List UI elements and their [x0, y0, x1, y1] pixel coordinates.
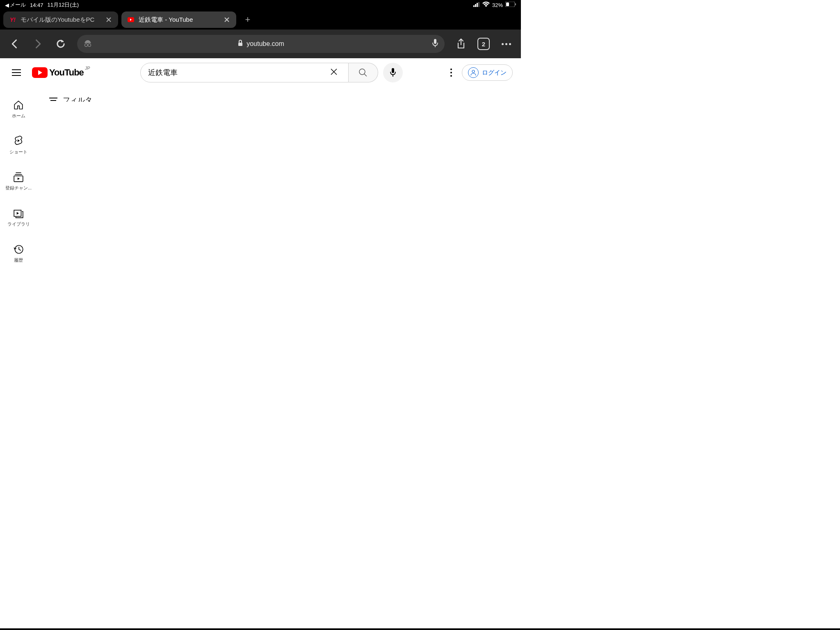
- library-icon: [13, 208, 24, 219]
- history-icon: [13, 244, 24, 255]
- svg-rect-10: [434, 39, 436, 44]
- search-input[interactable]: [148, 68, 327, 77]
- youtube-logo[interactable]: YouTube JP: [32, 67, 84, 78]
- login-label: ログイン: [482, 69, 507, 77]
- status-time: 14:47: [30, 2, 43, 8]
- sidebar-label: ライブラリ: [7, 221, 30, 227]
- forward-button[interactable]: [31, 37, 44, 50]
- battery-icon: [505, 2, 516, 8]
- search-clear-icon[interactable]: [327, 67, 341, 78]
- browser-toolbar: youtube.com 2: [0, 30, 521, 58]
- url-text: youtube.com: [247, 40, 284, 48]
- status-date: 11月12日(土): [48, 1, 79, 9]
- svg-line-13: [364, 74, 367, 76]
- svg-rect-1: [475, 4, 476, 7]
- reload-button[interactable]: [54, 37, 67, 50]
- yahoo-favicon-icon: Y!: [9, 16, 16, 23]
- svg-rect-5: [506, 2, 509, 6]
- svg-point-7: [85, 44, 88, 47]
- shorts-icon: [13, 136, 24, 146]
- new-tab-button[interactable]: +: [240, 11, 256, 28]
- login-button[interactable]: ログイン: [462, 64, 513, 81]
- youtube-main: フィルタ: [37, 87, 521, 391]
- address-mic-icon[interactable]: [431, 39, 439, 49]
- mic-icon: [389, 68, 397, 78]
- voice-search-button[interactable]: [383, 63, 403, 82]
- search-button[interactable]: [349, 63, 378, 82]
- address-bar[interactable]: youtube.com: [77, 35, 445, 53]
- filter-button[interactable]: フィルタ: [49, 95, 509, 102]
- back-app-label: メール: [10, 1, 26, 9]
- search-box: [140, 63, 349, 82]
- search-wrap: [140, 63, 403, 82]
- status-bar: ◀ メール 14:47 11月12日(土) 32%: [0, 0, 521, 10]
- svg-rect-9: [238, 43, 242, 46]
- youtube-body: ホーム ショート 登録チャン... ライブラリ 履歴 フィルタ: [0, 87, 521, 391]
- sidebar-item-shorts[interactable]: ショート: [0, 127, 37, 163]
- browser-tab-yahoo[interactable]: Y! モバイル版のYoutubeをPC: [3, 11, 118, 28]
- tab-count-button[interactable]: 2: [477, 38, 490, 50]
- filter-label: フィルタ: [63, 96, 92, 102]
- sidebar-label: 登録チャン...: [5, 185, 32, 191]
- svg-point-12: [359, 69, 365, 75]
- svg-rect-3: [478, 2, 479, 7]
- youtube-country: JP: [85, 66, 90, 71]
- subscriptions-icon: [13, 172, 24, 183]
- sidebar-label: ショート: [9, 149, 27, 155]
- incognito-icon: [83, 38, 93, 50]
- svg-rect-14: [392, 68, 394, 73]
- tab-count-label: 2: [482, 41, 485, 48]
- svg-rect-2: [477, 3, 478, 7]
- lock-icon: [237, 40, 243, 48]
- sidebar-label: 履歴: [14, 257, 23, 263]
- back-to-app[interactable]: ◀ メール: [5, 1, 26, 9]
- sidebar-item-library[interactable]: ライブラリ: [0, 199, 37, 235]
- battery-percent: 32%: [492, 2, 503, 8]
- tab-bar: Y! モバイル版のYoutubeをPC 近鉄電車 - YouTube +: [0, 10, 521, 30]
- svg-rect-0: [473, 5, 475, 7]
- sidebar-item-history[interactable]: 履歴: [0, 235, 37, 272]
- browser-tab-youtube[interactable]: 近鉄電車 - YouTube: [121, 11, 236, 28]
- user-icon: [468, 67, 479, 78]
- share-button[interactable]: [454, 37, 468, 50]
- home-icon: [13, 100, 24, 110]
- youtube-more-button[interactable]: [450, 68, 452, 77]
- svg-rect-6: [515, 3, 516, 5]
- cellular-icon: [473, 2, 480, 8]
- youtube-sidebar: ホーム ショート 登録チャン... ライブラリ 履歴: [0, 87, 37, 391]
- tab-close-icon[interactable]: [223, 16, 231, 23]
- sidebar-label: ホーム: [12, 113, 25, 119]
- youtube-favicon-icon: [127, 16, 135, 23]
- browser-chrome: Y! モバイル版のYoutubeをPC 近鉄電車 - YouTube +: [0, 10, 521, 58]
- svg-point-16: [472, 70, 475, 73]
- back-button[interactable]: [8, 37, 21, 50]
- youtube-logo-text: YouTube: [49, 67, 84, 78]
- sidebar-item-subscriptions[interactable]: 登録チャン...: [0, 163, 37, 199]
- youtube-header: YouTube JP ログイン: [0, 58, 521, 87]
- browser-menu-button[interactable]: [500, 37, 513, 50]
- tab-close-icon[interactable]: [105, 16, 112, 23]
- search-icon: [358, 68, 368, 78]
- back-triangle-icon: ◀: [5, 2, 9, 8]
- filter-icon: [49, 97, 57, 102]
- tab-title: 近鉄電車 - YouTube: [139, 16, 219, 24]
- tab-title: モバイル版のYoutubeをPC: [21, 16, 101, 24]
- wifi-icon: [482, 2, 490, 8]
- hamburger-button[interactable]: [8, 64, 25, 81]
- youtube-logo-icon: [32, 67, 48, 78]
- svg-point-8: [88, 44, 91, 47]
- sidebar-item-home[interactable]: ホーム: [0, 91, 37, 127]
